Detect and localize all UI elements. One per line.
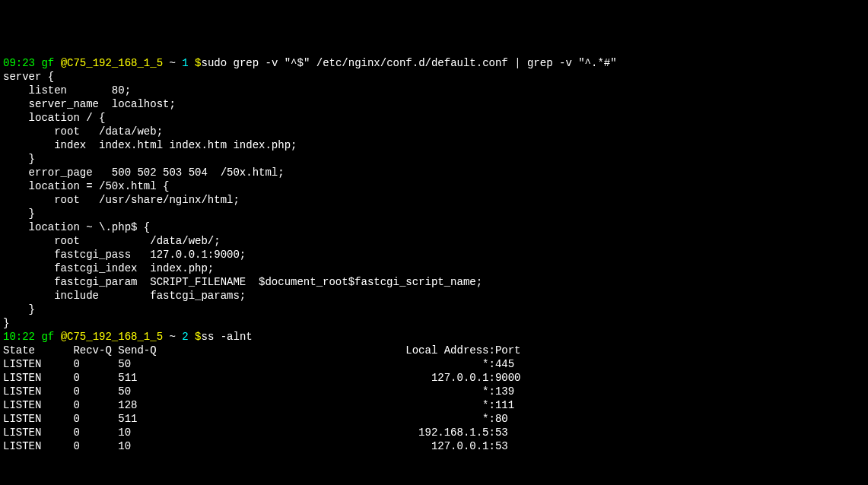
tilde-2: ~	[169, 331, 175, 343]
prompt-line-1: 09:23 gf @C75_192_168_1_5 ~ 1 $sudo grep…	[3, 57, 617, 69]
user-1: gf	[41, 57, 54, 69]
user-2: gf	[41, 331, 54, 343]
host-1: @C75_192_168_1_5	[61, 57, 163, 69]
histnum-2: 2	[182, 331, 188, 343]
command-1: sudo grep -v "^$" /etc/nginx/conf.d/defa…	[202, 57, 617, 69]
histnum-1: 1	[182, 57, 188, 69]
tilde-1: ~	[169, 57, 175, 69]
config-output: server { listen 80; server_name localhos…	[3, 71, 482, 329]
time-1: 09:23	[3, 57, 35, 69]
host-2: @C75_192_168_1_5	[61, 331, 163, 343]
ss-header: State Recv-Q Send-Q Local Address:Port	[3, 344, 521, 357]
ss-output: LISTEN 0 50 *:445 LISTEN 0 511 127.0.0.1…	[3, 358, 521, 452]
command-2: ss -alnt	[202, 331, 253, 343]
time-2: 10:22	[3, 331, 35, 343]
dollar-2: $	[195, 331, 201, 343]
prompt-line-2: 10:22 gf @C75_192_168_1_5 ~ 2 $ss -alnt	[3, 331, 253, 343]
dollar-1: $	[195, 57, 201, 69]
terminal[interactable]: 09:23 gf @C75_192_168_1_5 ~ 1 $sudo grep…	[3, 56, 865, 453]
